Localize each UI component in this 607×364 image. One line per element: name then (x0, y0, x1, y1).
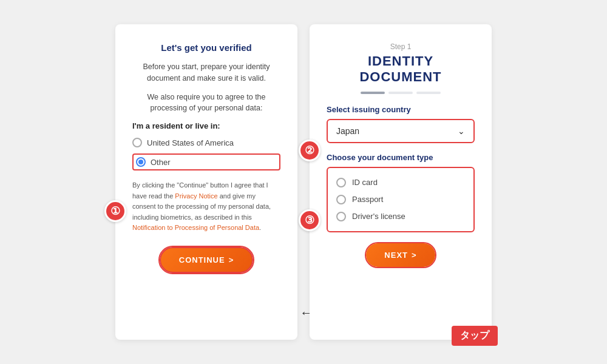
privacy-notice-link[interactable]: Privacy Notice (175, 192, 217, 200)
tap-box-right: タップ (452, 326, 498, 346)
tap-annotation-right: タップ (452, 326, 498, 346)
radio-other-circle (136, 157, 146, 167)
step-circle-1: ① (104, 200, 126, 222)
notification-link[interactable]: Notification to Processing of Personal D… (132, 224, 259, 231)
radio-drivers-circle (336, 212, 346, 221)
radio-option-other[interactable]: Other (132, 153, 280, 170)
country-value: Japan (336, 126, 359, 136)
doc-option-idcard-label: ID card (352, 178, 378, 187)
issuing-country-label: Select issuing country (327, 105, 475, 114)
disclaimer-text: By clicking the "Continue" button I agre… (132, 180, 280, 234)
radio-usa-label: United States of America (147, 138, 234, 147)
doc-option-passport[interactable]: Passport (336, 191, 465, 208)
next-button[interactable]: NEXT > (366, 243, 435, 267)
radio-usa-circle (132, 138, 142, 147)
doc-option-drivers[interactable]: Driver's license (336, 208, 465, 225)
left-panel-desc2: We also require you to agree to the proc… (132, 92, 280, 115)
step-label: Step 1 (327, 42, 475, 51)
radio-other-label: Other (151, 158, 171, 167)
right-panel: Step 1 IDENTITY DOCUMENT Select issuing … (310, 24, 492, 340)
left-panel-title: Let's get you verified (132, 42, 280, 53)
left-panel: Let's get you verified Before you start,… (115, 24, 297, 340)
doc-type-options: ID card Passport Driver's license (327, 167, 475, 232)
resident-label: I'm a resident or live in: (132, 121, 280, 130)
next-btn-wrapper: NEXT > (365, 242, 436, 268)
doc-type-label: Choose your document type (327, 153, 475, 162)
doc-option-drivers-label: Driver's license (352, 212, 405, 221)
continue-btn-wrapper: CONTINUE > (158, 246, 254, 274)
doc-option-idcard[interactable]: ID card (336, 174, 465, 191)
radio-option-usa[interactable]: United States of America (132, 138, 280, 147)
step-circle-3: ③ (299, 209, 320, 231)
progress-bar (327, 92, 475, 94)
left-panel-desc1: Before you start, prepare your identity … (132, 61, 280, 84)
doc-option-passport-label: Passport (352, 195, 383, 204)
chevron-down-icon: ⌄ (458, 126, 465, 136)
continue-button[interactable]: CONTINUE > (160, 247, 253, 273)
progress-3 (416, 92, 441, 94)
country-select[interactable]: Japan ⌄ (327, 119, 475, 143)
step-circle-2: ② (299, 140, 320, 161)
progress-1 (361, 92, 385, 94)
right-panel-title: IDENTITY DOCUMENT (327, 53, 475, 86)
progress-2 (388, 92, 413, 94)
radio-idcard-circle (336, 178, 346, 187)
radio-passport-circle (336, 195, 346, 204)
